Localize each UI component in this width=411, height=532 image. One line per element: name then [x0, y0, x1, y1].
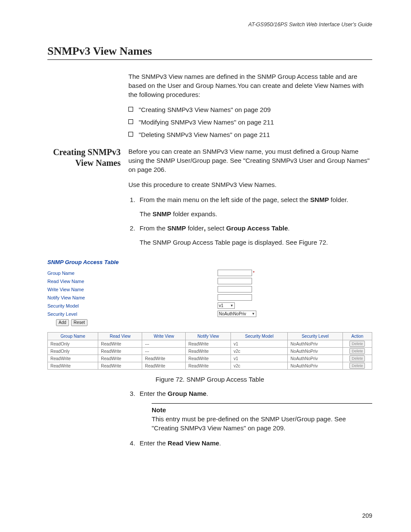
reset-button[interactable]: Reset	[71, 319, 87, 326]
table-cell: ---	[142, 340, 186, 348]
section-title: SNMPv3 View Names	[47, 45, 372, 58]
toc-item[interactable]: "Creating SNMPv3 View Names" on page 209	[128, 105, 372, 114]
th-action: Action	[342, 333, 372, 340]
table-cell: v2c	[231, 348, 288, 355]
table-cell: ReadWrite	[186, 340, 231, 348]
subsection-heading: Creating SNMPv3 View Names	[47, 147, 121, 168]
table-row: ReadOnlyReadWrite---ReadWritev1NoAuthNoP…	[48, 340, 372, 348]
table-cell-action: Delete	[342, 348, 372, 355]
table-row: ReadOnlyReadWrite---ReadWritev2cNoAuthNo…	[48, 348, 372, 355]
select-security-level[interactable]: NoAuthNoPriv▼	[218, 311, 256, 317]
page-number: 209	[362, 512, 372, 519]
table-row: ReadWriteReadWriteReadWriteReadWritev1No…	[48, 355, 372, 362]
label-notify-view: Notify View Name	[47, 295, 218, 300]
figure-72: SNMP Group Access Table Group Name * Rea…	[47, 259, 372, 370]
th-group-name: Group Name	[48, 333, 98, 340]
table-cell-action: Delete	[342, 362, 372, 370]
table-cell-action: Delete	[342, 355, 372, 362]
procedure-steps-cont: Enter the Group Name. Note This entry mu…	[128, 389, 372, 448]
table-cell: NoAuthNoPriv	[288, 355, 342, 362]
toc-list: "Creating SNMPv3 View Names" on page 209…	[128, 105, 372, 139]
group-access-table: Group Name Read View Write View Notify V…	[47, 332, 372, 370]
table-cell: ReadWrite	[142, 362, 186, 370]
delete-button[interactable]: Delete	[349, 341, 365, 347]
procedure-steps: From the main menu on the left side of t…	[128, 195, 372, 247]
table-cell: ReadWrite	[98, 348, 142, 355]
input-notify-view[interactable]	[218, 294, 252, 301]
th-security-level: Security Level	[288, 333, 342, 340]
toc-item[interactable]: "Modifying SNMPv3 View Names" on page 21…	[128, 118, 372, 127]
th-read-view: Read View	[98, 333, 142, 340]
step-2: From the SNMP folder, select Group Acces…	[137, 224, 372, 247]
input-write-view[interactable]	[218, 286, 252, 292]
intro-paragraph: The SNMPv3 View names are defined in the…	[128, 72, 372, 99]
delete-button[interactable]: Delete	[349, 348, 365, 354]
note-block: Note This entry must be pre-defined on t…	[152, 403, 372, 432]
label-write-view: Write View Name	[47, 287, 218, 292]
th-notify-view: Notify View	[186, 333, 231, 340]
label-security-level: Security Level	[47, 311, 218, 317]
th-security-model: Security Model	[231, 333, 288, 340]
subsection-intro-1: Before you can create an SNMPv3 View nam…	[128, 147, 372, 174]
input-read-view[interactable]	[218, 278, 252, 284]
table-cell: v1	[231, 355, 288, 362]
table-cell: NoAuthNoPriv	[288, 348, 342, 355]
table-cell: ReadWrite	[186, 348, 231, 355]
input-group-name[interactable]	[218, 270, 252, 276]
running-head: AT-GS950/16PS Switch Web Interface User'…	[47, 22, 372, 28]
note-body: This entry must be pre-defined on the SN…	[152, 414, 372, 432]
table-cell: ReadWrite	[48, 362, 98, 370]
chevron-down-icon: ▼	[230, 304, 234, 308]
figure-caption: Figure 72. SNMP Group Access Table	[47, 376, 372, 383]
table-cell: ReadWrite	[186, 362, 231, 370]
table-cell: ReadWrite	[98, 340, 142, 348]
chevron-down-icon: ▼	[252, 312, 255, 316]
table-cell: ReadWrite	[142, 355, 186, 362]
table-cell: ReadWrite	[98, 355, 142, 362]
required-star: *	[253, 271, 255, 275]
note-label: Note	[152, 405, 372, 414]
table-cell: NoAuthNoPriv	[288, 340, 342, 348]
title-rule	[47, 59, 372, 60]
delete-button[interactable]: Delete	[349, 363, 365, 369]
table-cell: ---	[142, 348, 186, 355]
table-cell: v1	[231, 340, 288, 348]
table-cell: ReadWrite	[98, 362, 142, 370]
table-cell: ReadWrite	[186, 355, 231, 362]
table-cell: ReadOnly	[48, 340, 98, 348]
add-button[interactable]: Add	[56, 319, 69, 326]
table-cell: NoAuthNoPriv	[288, 362, 342, 370]
label-group-name: Group Name	[47, 271, 218, 276]
table-cell: v2c	[231, 362, 288, 370]
table-cell: ReadWrite	[48, 355, 98, 362]
step-3: Enter the Group Name. Note This entry mu…	[137, 389, 372, 432]
th-write-view: Write View	[142, 333, 186, 340]
table-cell: ReadOnly	[48, 348, 98, 355]
step-4: Enter the Read View Name.	[137, 439, 372, 448]
figure-panel-title: SNMP Group Access Table	[47, 259, 372, 265]
label-security-model: Security Model	[47, 303, 218, 308]
step-1: From the main menu on the left side of t…	[137, 195, 372, 218]
subsection-intro-2: Use this procedure to create SNMPv3 View…	[128, 180, 372, 189]
select-security-model[interactable]: v1▼	[218, 302, 235, 309]
delete-button[interactable]: Delete	[349, 355, 365, 361]
toc-item[interactable]: "Deleting SNMPv3 View Names" on page 211	[128, 130, 372, 139]
table-row: ReadWriteReadWriteReadWriteReadWritev2cN…	[48, 362, 372, 370]
table-cell-action: Delete	[342, 340, 372, 348]
label-read-view: Read View Name	[47, 279, 218, 284]
